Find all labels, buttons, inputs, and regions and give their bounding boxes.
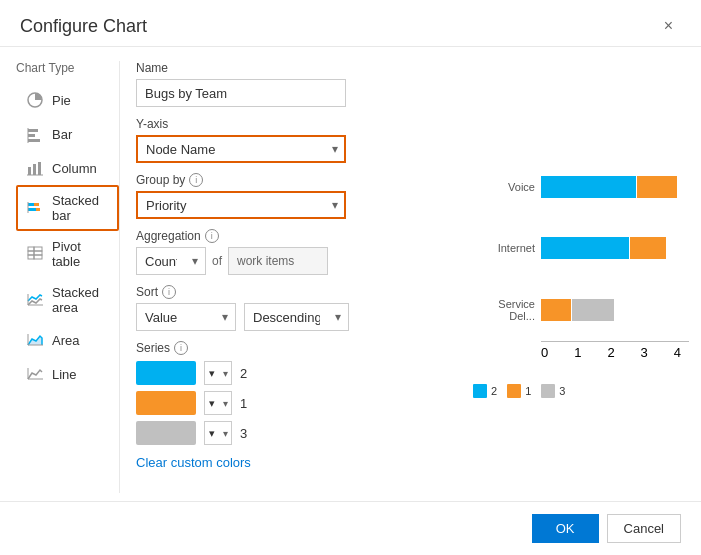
chart-legend: 2 1 3 bbox=[473, 384, 689, 398]
legend-label-1: 2 bbox=[491, 385, 497, 397]
configure-chart-dialog: Configure Chart × Chart Type Pie bbox=[0, 0, 701, 555]
yaxis-label: Y-axis bbox=[136, 117, 445, 131]
chart-type-pivot-table[interactable]: Pivot table bbox=[16, 231, 119, 277]
svg-rect-2 bbox=[28, 134, 35, 137]
sort-row: Value Label Descending Ascending bbox=[136, 303, 445, 331]
series-color-3[interactable] bbox=[136, 421, 196, 445]
chart-type-line[interactable]: Line bbox=[16, 357, 119, 391]
svg-rect-6 bbox=[33, 164, 36, 175]
bar-chart: Voice Internet bbox=[473, 156, 689, 376]
bar-stacked-service bbox=[541, 299, 614, 321]
ok-button[interactable]: OK bbox=[532, 514, 599, 543]
chart-type-column[interactable]: Column bbox=[16, 151, 119, 185]
bar-icon bbox=[26, 125, 44, 143]
chart-type-pie-label: Pie bbox=[52, 93, 71, 108]
series-info-icon[interactable]: i bbox=[174, 341, 188, 355]
series-color-1[interactable] bbox=[136, 361, 196, 385]
chart-type-panel: Chart Type Pie bbox=[0, 61, 120, 493]
bar-chart-inner: Voice Internet bbox=[473, 156, 689, 341]
groupby-field-group: Group by i Priority State Assigned To Ar… bbox=[136, 173, 445, 219]
chart-type-pivot-table-label: Pivot table bbox=[52, 239, 109, 269]
svg-rect-15 bbox=[34, 247, 42, 251]
sort-field-group: Sort i Value Label Descending Ascending bbox=[136, 285, 445, 331]
legend-item-1: 2 bbox=[473, 384, 497, 398]
series-number-2: 1 bbox=[240, 396, 247, 411]
close-button[interactable]: × bbox=[656, 14, 681, 38]
series-select-wrapper-2: ▾ bbox=[204, 391, 232, 415]
series-select-wrapper-1: ▾ bbox=[204, 361, 232, 385]
legend-color-1 bbox=[473, 384, 487, 398]
dialog-header: Configure Chart × bbox=[0, 0, 701, 47]
chart-type-stacked-bar-label: Stacked bar bbox=[52, 193, 109, 223]
chart-type-pie[interactable]: Pie bbox=[16, 83, 119, 117]
svg-rect-17 bbox=[34, 251, 42, 255]
yaxis-field-group: Y-axis Node Name Team Area Iteration bbox=[136, 117, 445, 163]
config-panel: Name Y-axis Node Name Team Area Iteratio… bbox=[120, 61, 461, 493]
name-input[interactable] bbox=[136, 79, 346, 107]
bar-segment-service-1 bbox=[541, 299, 571, 321]
x-tick-3: 3 bbox=[641, 345, 648, 360]
svg-rect-1 bbox=[28, 129, 38, 132]
sort-info-icon[interactable]: i bbox=[162, 285, 176, 299]
name-label: Name bbox=[136, 61, 445, 75]
chart-type-bar-label: Bar bbox=[52, 127, 72, 142]
stacked-area-icon bbox=[26, 291, 44, 309]
bar-label-voice: Voice bbox=[473, 181, 535, 193]
bar-label-service: Service Del... bbox=[473, 298, 535, 322]
agg-of-text: of bbox=[212, 254, 222, 268]
legend-item-3: 3 bbox=[541, 384, 565, 398]
bar-stacked-internet bbox=[541, 237, 666, 259]
chart-type-stacked-area[interactable]: Stacked area bbox=[16, 277, 119, 323]
legend-item-2: 1 bbox=[507, 384, 531, 398]
chart-type-label: Chart Type bbox=[16, 61, 119, 75]
sort-select[interactable]: Value Label bbox=[136, 303, 236, 331]
series-select-wrapper-3: ▾ bbox=[204, 421, 232, 445]
series-color-2[interactable] bbox=[136, 391, 196, 415]
groupby-select[interactable]: Priority State Assigned To Area bbox=[136, 191, 346, 219]
clear-colors-link[interactable]: Clear custom colors bbox=[136, 455, 251, 470]
chart-type-area[interactable]: Area bbox=[16, 323, 119, 357]
series-dropdown-2[interactable]: ▾ bbox=[204, 391, 232, 415]
series-number-1: 2 bbox=[240, 366, 247, 381]
svg-rect-14 bbox=[28, 247, 34, 251]
svg-rect-12 bbox=[36, 208, 40, 211]
x-axis: 0 1 2 3 4 bbox=[541, 341, 689, 360]
svg-rect-16 bbox=[28, 251, 34, 255]
series-label: Series i bbox=[136, 341, 445, 355]
svg-rect-18 bbox=[28, 255, 34, 259]
chart-type-stacked-bar[interactable]: Stacked bar bbox=[16, 185, 119, 231]
bar-stacked-voice bbox=[541, 176, 677, 198]
series-item-3: ▾ 3 bbox=[136, 421, 445, 445]
bar-row-service: Service Del... bbox=[473, 298, 689, 322]
series-item-2: ▾ 1 bbox=[136, 391, 445, 415]
series-item-1: ▾ 2 bbox=[136, 361, 445, 385]
cancel-button[interactable]: Cancel bbox=[607, 514, 681, 543]
chart-type-area-label: Area bbox=[52, 333, 79, 348]
name-field-group: Name bbox=[136, 61, 445, 107]
bar-row-voice: Voice bbox=[473, 176, 689, 198]
chart-type-bar[interactable]: Bar bbox=[16, 117, 119, 151]
svg-rect-10 bbox=[34, 203, 39, 206]
groupby-select-wrapper: Priority State Assigned To Area bbox=[136, 191, 346, 219]
chart-type-column-label: Column bbox=[52, 161, 97, 176]
x-tick-2: 2 bbox=[607, 345, 614, 360]
sort-select-wrapper: Value Label bbox=[136, 303, 236, 331]
series-list: ▾ 2 ▾ 1 bbox=[136, 361, 445, 445]
aggregation-info-icon[interactable]: i bbox=[205, 229, 219, 243]
chart-type-stacked-area-label: Stacked area bbox=[52, 285, 109, 315]
series-dropdown-3[interactable]: ▾ bbox=[204, 421, 232, 445]
series-number-3: 3 bbox=[240, 426, 247, 441]
yaxis-select[interactable]: Node Name Team Area Iteration bbox=[136, 135, 346, 163]
pie-icon bbox=[26, 91, 44, 109]
x-tick-0: 0 bbox=[541, 345, 548, 360]
aggregation-select[interactable]: Count Sum Average bbox=[136, 247, 206, 275]
aggregation-field-group: Aggregation i Count Sum Average of work … bbox=[136, 229, 445, 275]
legend-label-3: 3 bbox=[559, 385, 565, 397]
stacked-bar-icon bbox=[26, 199, 44, 217]
svg-rect-5 bbox=[28, 167, 31, 175]
bar-segment-voice-2 bbox=[637, 176, 677, 198]
aggregation-row: Count Sum Average of work items bbox=[136, 247, 445, 275]
series-dropdown-1[interactable]: ▾ bbox=[204, 361, 232, 385]
groupby-info-icon[interactable]: i bbox=[189, 173, 203, 187]
order-select[interactable]: Descending Ascending bbox=[244, 303, 349, 331]
